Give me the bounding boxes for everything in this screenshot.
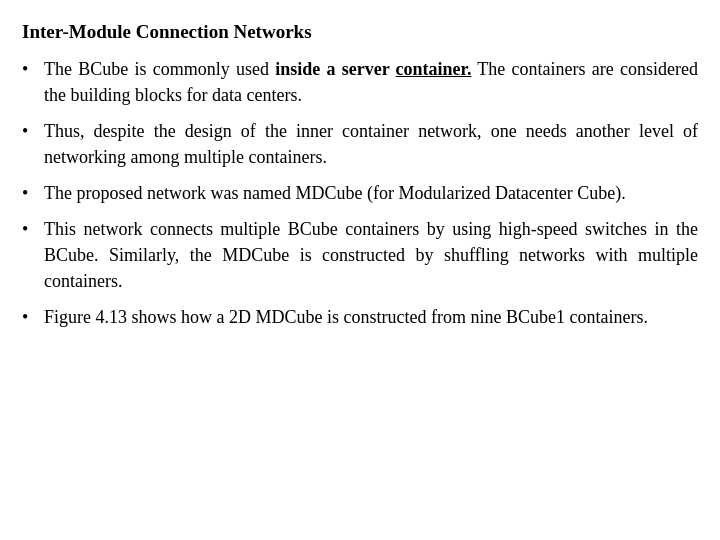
list-item: •Figure 4.13 shows how a 2D MDCube is co… <box>22 304 698 330</box>
list-item: •The BCube is commonly used inside a ser… <box>22 56 698 108</box>
bullet-list: •The BCube is commonly used inside a ser… <box>22 56 698 331</box>
page-title: Inter-Module Connection Networks <box>22 18 698 46</box>
list-item: •This network connects multiple BCube co… <box>22 216 698 294</box>
list-item: •Thus, despite the design of the inner c… <box>22 118 698 170</box>
bullet-symbol: • <box>22 56 40 82</box>
main-content: Inter-Module Connection Networks •The BC… <box>22 18 698 340</box>
list-item-text: This network connects multiple BCube con… <box>44 216 698 294</box>
list-item-text: Thus, despite the design of the inner co… <box>44 118 698 170</box>
bullet-symbol: • <box>22 118 40 144</box>
bullet-symbol: • <box>22 304 40 330</box>
list-item: •The proposed network was named MDCube (… <box>22 180 698 206</box>
list-item-text: The BCube is commonly used inside a serv… <box>44 56 698 108</box>
list-item-text: Figure 4.13 shows how a 2D MDCube is con… <box>44 304 698 330</box>
list-item-text: The proposed network was named MDCube (f… <box>44 180 698 206</box>
bullet-symbol: • <box>22 180 40 206</box>
bullet-symbol: • <box>22 216 40 242</box>
